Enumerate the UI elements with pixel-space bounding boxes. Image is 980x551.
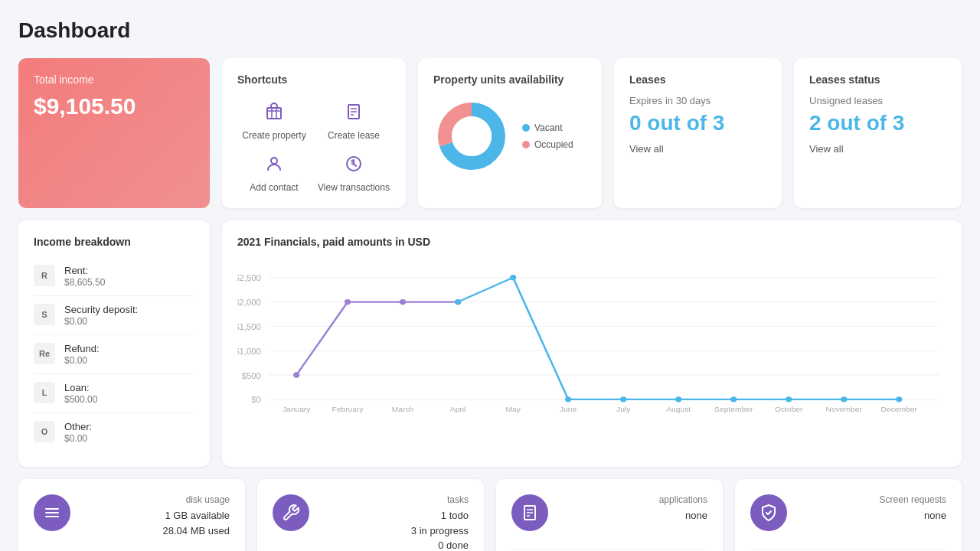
applications-category: applications	[560, 494, 707, 505]
view-transactions-icon: $	[340, 150, 368, 178]
donut-legend: Vacant Occupied	[522, 122, 573, 150]
svg-point-13	[452, 116, 492, 156]
shortcut-create-lease[interactable]: Create lease	[317, 98, 390, 141]
tenants-screens-info: Screen requests none	[799, 494, 946, 523]
svg-point-37	[841, 396, 847, 402]
svg-text:August: August	[666, 406, 691, 413]
svg-text:July: July	[616, 406, 630, 413]
svg-point-35	[730, 396, 737, 402]
tenants-screens-widget: Screen requests none Tenants screens	[735, 479, 962, 551]
donut-chart	[433, 98, 510, 174]
shortcut-view-transactions[interactable]: $ View transactions	[317, 150, 390, 193]
leases-title: Leases	[629, 73, 766, 86]
svg-text:May: May	[505, 406, 521, 413]
create-lease-label: Create lease	[328, 130, 380, 141]
financials-card: 2021 Financials, paid amounts in USD $0 …	[222, 220, 962, 467]
screen-requests-value: none	[799, 508, 946, 523]
maintenance-widget: tasks 1 todo 3 in progress 0 done Mainte…	[257, 479, 484, 551]
svg-text:$1,000: $1,000	[237, 347, 261, 355]
breakdown-list: R Rent: $8,605.50 S Security deposit: $0…	[34, 257, 194, 452]
vacant-dot	[522, 124, 530, 132]
leases-status-card: Leases status Unsigned leases 2 out of 3…	[794, 58, 962, 208]
svg-text:$0: $0	[251, 396, 261, 404]
security-name: Security deposit:	[64, 304, 138, 315]
other-badge: O	[34, 421, 55, 442]
shortcuts-grid: Create property Create lease	[237, 98, 390, 193]
file-manager-icon	[34, 494, 70, 531]
legend-occupied: Occupied	[522, 139, 573, 150]
chart-wrapper: $0 $500 $1,000 $1,500 $2,000 $2,500	[237, 260, 946, 416]
bottom-row: disk usage 1 GB available 28.04 MB used …	[18, 479, 962, 551]
occupied-dot	[522, 141, 530, 148]
leases-count: 0 out of 3	[629, 111, 766, 135]
shortcut-create-property[interactable]: Create property	[237, 98, 311, 141]
leases-card: Leases Expires in 30 days 0 out of 3 Vie…	[614, 58, 782, 208]
create-property-icon	[260, 98, 288, 126]
disk-usage-category: disk usage	[83, 494, 230, 505]
rent-badge: R	[34, 265, 55, 286]
add-contact-icon	[260, 150, 288, 178]
unsigned-leases-count: 2 out of 3	[809, 111, 946, 135]
svg-text:$: $	[351, 158, 354, 166]
svg-text:April: April	[450, 406, 466, 413]
financials-title: 2021 Financials, paid amounts in USD	[237, 236, 946, 248]
breakdown-title: Income breakdown	[34, 236, 194, 248]
svg-rect-0	[267, 108, 281, 119]
maintenance-icon	[273, 494, 309, 531]
svg-text:February: February	[332, 406, 364, 413]
maintenance-top: tasks 1 todo 3 in progress 0 done	[273, 494, 469, 551]
shortcuts-card: Shortcuts Create property	[222, 58, 406, 208]
security-value: $0.00	[64, 316, 138, 327]
svg-text:November: November	[826, 406, 863, 413]
svg-point-31	[510, 275, 516, 280]
rental-applications-top: applications none	[511, 494, 707, 531]
leases-view-all[interactable]: View all	[629, 143, 766, 155]
svg-text:$1,500: $1,500	[237, 323, 261, 331]
leases-status-view-all[interactable]: View all	[809, 143, 946, 155]
shortcuts-title: Shortcuts	[237, 73, 390, 86]
occupied-label: Occupied	[534, 139, 573, 150]
tasks-category: tasks	[322, 494, 469, 505]
svg-point-30	[455, 299, 461, 305]
rent-name: Rent:	[64, 265, 105, 276]
add-contact-label: Add contact	[250, 182, 298, 193]
leases-sublabel: Expires in 30 days	[629, 95, 766, 106]
income-label: Total income	[34, 73, 194, 86]
svg-point-8	[271, 158, 277, 164]
vacant-label: Vacant	[534, 122, 562, 133]
file-manager-top: disk usage 1 GB available 28.04 MB used	[34, 494, 230, 538]
tenants-screens-icon	[750, 494, 787, 531]
income-card: Total income $9,105.50	[18, 58, 210, 208]
svg-text:September: September	[714, 406, 753, 413]
shortcut-add-contact[interactable]: Add contact	[237, 150, 311, 193]
svg-text:October: October	[775, 406, 803, 413]
svg-point-27	[345, 299, 351, 305]
rental-applications-info: applications none	[560, 494, 707, 523]
tenants-screens-top: Screen requests none	[750, 494, 946, 531]
file-manager-info: disk usage 1 GB available 28.04 MB used	[83, 494, 230, 538]
availability-card: Property units availability Vacant Occup…	[418, 58, 602, 208]
financials-chart: $0 $500 $1,000 $1,500 $2,000 $2,500	[237, 260, 946, 413]
breakdown-rent: R Rent: $8,605.50	[34, 257, 194, 296]
leases-status-title: Leases status	[809, 73, 946, 86]
svg-point-34	[675, 396, 681, 402]
svg-text:$2,500: $2,500	[237, 274, 261, 282]
breakdown-refund: Re Refund: $0.00	[34, 335, 194, 374]
applications-value: none	[560, 508, 707, 523]
svg-point-26	[293, 372, 299, 377]
income-amount: $9,105.50	[34, 93, 194, 119]
availability-title: Property units availability	[433, 73, 586, 86]
svg-point-33	[620, 396, 626, 402]
tasks-value: 1 todo 3 in progress 0 done	[322, 508, 469, 551]
svg-text:June: June	[560, 406, 577, 413]
rental-applications-widget: applications none Rental applications	[496, 479, 723, 551]
view-transactions-label: View transactions	[318, 182, 390, 193]
svg-point-32	[565, 396, 571, 402]
disk-usage-value: 1 GB available 28.04 MB used	[83, 508, 230, 538]
refund-value: $0.00	[64, 355, 100, 366]
screen-requests-category: Screen requests	[799, 494, 946, 505]
svg-point-36	[786, 396, 792, 402]
maintenance-info: tasks 1 todo 3 in progress 0 done	[322, 494, 469, 551]
legend-vacant: Vacant	[522, 122, 573, 133]
svg-point-28	[400, 299, 406, 305]
